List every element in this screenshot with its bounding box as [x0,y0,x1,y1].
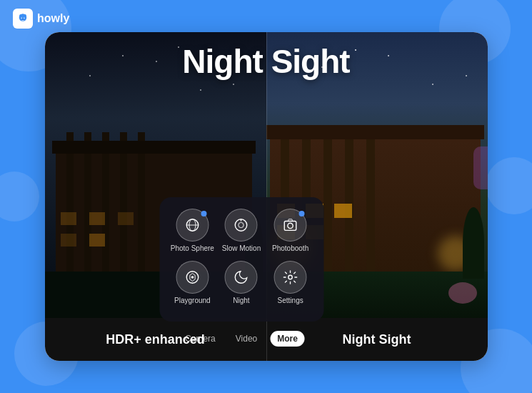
flowers [448,282,477,304]
playground-icon [176,261,209,294]
col4 [120,132,127,275]
col-r4 [345,125,353,275]
slow-motion-label: Slow Motion [222,244,261,252]
camera-menu: Photo Sphere Slow Motion [159,197,323,322]
menu-item-playground[interactable]: Playground [169,261,215,304]
photo-sphere-label: Photo Sphere [171,244,214,252]
col1 [66,132,74,275]
svg-rect-12 [284,222,296,231]
howly-logo-text: howly [37,12,69,25]
svg-point-10 [239,222,244,227]
win [89,212,105,225]
card-title-area: Night Sight [45,32,488,81]
night-sight-title: Night Sight [182,43,349,80]
col2 [84,132,91,275]
svg-point-3 [21,18,22,19]
col5 [138,132,145,275]
night-label: Night [233,297,249,304]
svg-point-2 [24,14,26,18]
svg-point-4 [24,18,25,19]
svg-point-17 [288,275,293,279]
night-icon [225,261,258,294]
tree-right [463,207,484,279]
night-sight-label-text: Night Sight [343,332,411,347]
blob-mr [486,157,532,214]
settings-icon [274,261,307,294]
win [61,212,76,225]
star [432,84,433,85]
col-r3 [323,125,332,275]
col3 [102,132,109,275]
settings-label: Settings [278,297,303,304]
win [61,234,76,247]
menu-item-photobooth[interactable]: Photobooth [268,209,313,252]
menu-row-2: Playground Night Settin [168,261,315,304]
slow-motion-icon [225,209,258,242]
howly-logo-icon [13,9,33,29]
win [118,212,134,225]
menu-row-1: Photo Sphere Slow Motion [168,209,315,252]
win-r [334,204,352,218]
svg-point-5 [22,19,24,20]
roof-right [266,125,484,139]
camera-mode-bar: Camera Video More [159,331,323,347]
svg-rect-14 [288,219,293,222]
photo-sphere-icon [176,209,209,242]
win [89,234,105,247]
howly-header: howly [13,9,69,29]
badge-dot [201,211,206,217]
mode-video[interactable]: Video [229,331,264,347]
svg-point-16 [191,276,194,279]
purple-lights [473,146,488,189]
menu-item-settings[interactable]: Settings [268,261,313,304]
col-r5 [366,125,375,275]
photobooth-icon [274,209,307,242]
photobooth-label: Photobooth [272,244,308,252]
badge-dot [299,211,305,217]
svg-point-1 [19,14,22,18]
star [233,84,234,85]
mode-camera[interactable]: Camera [178,331,223,347]
main-card: Night Sight [45,32,488,361]
menu-item-slow-motion[interactable]: Slow Motion [219,209,264,252]
roof-left [52,141,256,154]
blob-ml [0,171,39,222]
menu-item-night[interactable]: Night [219,261,264,304]
star [200,89,201,91]
svg-point-13 [288,223,293,228]
mode-more[interactable]: More [270,331,305,347]
menu-item-photo-sphere[interactable]: Photo Sphere [169,209,215,252]
playground-label: Playground [174,297,211,304]
